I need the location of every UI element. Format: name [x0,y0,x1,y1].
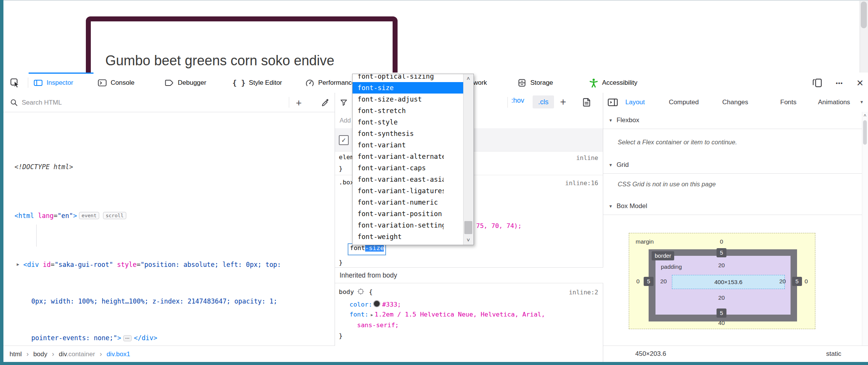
autocomplete-item[interactable]: font-variation-settings [353,220,464,231]
autocomplete-scrollbar[interactable]: ˄ ˅ [463,74,473,245]
tab-performance[interactable]: Performance [305,73,355,93]
page-scrollbar-thumb[interactable] [861,2,867,28]
autocomplete-item[interactable]: font-size-adjust [353,94,464,105]
body-rule-origin[interactable]: inline:2 [569,289,598,296]
markup-toolbar: + [3,93,335,112]
tree-row-root-div-wrap1[interactable]: 0px; width: 100%; height…100%; z-index: … [3,295,335,307]
page-content-area: Gumbo beet greens corn soko endive [0,0,868,73]
autocomplete-item[interactable]: font-stretch [353,105,464,116]
responsive-design-mode-button[interactable] [810,77,825,89]
autocomplete-item[interactable]: font-optical-sizing [353,74,464,82]
padding-top-value[interactable]: 20 [716,262,727,269]
padding-bottom-value[interactable]: 20 [716,294,727,301]
sidebar-toggle-icon[interactable] [607,97,618,108]
add-node-button[interactable]: + [293,97,304,108]
autocomplete-item[interactable]: font-variant-east-asian [353,174,464,185]
pseudo-class-toggle[interactable]: :hov [511,97,524,105]
event-badge[interactable]: event [79,212,99,219]
tab-console[interactable]: Console [97,73,134,93]
close-devtools-button[interactable]: × [853,77,867,89]
breadcrumb-item-box1[interactable]: div.box1 [106,350,130,358]
tab-debugger-label: Debugger [178,79,206,87]
margin-bottom-value[interactable]: 40 [716,320,727,326]
body-selector[interactable]: body { [339,288,373,296]
breadcrumb: html › body › div.container › div.box1 [3,346,341,362]
tab-storage-label: Storage [530,79,553,87]
autocomplete-item[interactable]: font-variant-position [353,208,464,220]
value-expander-icon[interactable]: ▶ [371,313,373,317]
autocomplete-item[interactable]: font-variant [353,139,464,151]
tab-style-editor[interactable]: { } Style Editor [232,73,282,93]
border-bottom-value[interactable]: 5 [717,308,726,318]
tree-row-root-div[interactable]: ▶<div id="saka-gui-root" style="position… [3,258,335,271]
scroll-up-icon[interactable]: ˄ [464,74,473,83]
autocomplete-item[interactable]: font-variant-alternates [353,151,464,162]
tree-row-html[interactable]: <html lang="en">eventscroll [3,210,335,222]
autocomplete-item[interactable]: font-synthesis [353,128,464,139]
tab-accessibility-label: Accessibility [602,79,638,87]
autocomplete-item-selected[interactable]: font-size [353,82,464,94]
autocomplete-scrollbar-thumb[interactable] [464,221,472,234]
color-swatch[interactable] [373,300,380,307]
box1-rule-origin[interactable]: inline:16 [565,179,598,187]
property-name-input[interactable]: font-size [348,244,386,255]
selector-highlighter-icon[interactable] [357,288,364,295]
tab-animations[interactable]: Animations [818,93,850,112]
tab-debugger[interactable]: Debugger [164,73,206,93]
all-tabs-chevron-icon[interactable]: ▼ [860,100,864,104]
tree-row-root-div-wrap2[interactable]: pointer-events: none;">•••</div> [3,332,335,344]
body-color-declaration[interactable]: color:#333; [349,300,401,308]
inspector-icon [33,78,43,88]
autocomplete-item[interactable]: font-style [353,116,464,128]
border-top-value[interactable]: 5 [717,248,726,257]
tab-accessibility[interactable]: Accessibility [589,73,638,93]
breadcrumb-item-container[interactable]: div.container [59,350,95,358]
add-rule-button[interactable]: + [560,96,566,108]
devtools-menu-button[interactable]: ••• [832,77,847,89]
grid-section-header[interactable]: ▼ Grid [603,157,868,174]
element-rule-origin[interactable]: inline [576,154,598,162]
tab-inspector[interactable]: Inspector [33,73,73,93]
body-font-declaration[interactable]: font:▶1.2em / 1.5 Helvetica Neue, Helvet… [349,311,545,318]
autocomplete-item[interactable]: font-variant-caps [353,162,464,174]
flexbox-section-header[interactable]: ▼ Flexbox [603,112,868,129]
scroll-down-icon[interactable]: ˅ [464,236,473,245]
autocomplete-item[interactable]: font-variant-ligatures [353,185,464,197]
console-icon [97,78,107,88]
tab-storage[interactable]: Storage [517,73,553,93]
class-toggle[interactable]: .cls [533,95,554,108]
layout-scrollbar-thumb[interactable] [863,120,867,145]
node-picker-button[interactable] [7,76,23,90]
element-rule-close: } [339,165,343,172]
padding-right-value[interactable]: 20 [777,278,788,285]
inline-expander-badge[interactable]: ••• [123,335,131,341]
padding-left-value[interactable]: 20 [658,278,669,285]
class-checkbox[interactable]: ✓ [339,135,349,145]
margin-right-value[interactable]: 0 [802,278,811,285]
autocomplete-item[interactable]: font-weight [353,231,464,242]
tab-computed[interactable]: Computed [669,93,699,112]
border-left-value[interactable]: 5 [644,277,654,286]
margin-top-value[interactable]: 0 [715,238,728,245]
print-media-sheet-icon[interactable] [581,97,592,108]
tab-changes[interactable]: Changes [722,93,748,112]
tree-row-doctype[interactable]: <!DOCTYPE html> [3,161,335,173]
breadcrumb-item-html[interactable]: html [10,350,22,358]
breadcrumb-item-body[interactable]: body [33,350,47,358]
box-model-section-header[interactable]: ▼ Box Model [603,198,868,215]
tab-layout[interactable]: Layout [625,93,645,112]
twisty-collapsed-icon[interactable]: ▶ [15,258,21,271]
scroll-badge[interactable]: scroll [103,212,126,219]
autocomplete-item[interactable]: font-variant-numeric [353,197,464,208]
tab-fonts[interactable]: Fonts [780,93,797,112]
box-model-content-region[interactable]: 400×153.6 [672,275,785,289]
scroll-up-icon[interactable]: ˄ [862,113,868,118]
border-label: border [652,251,674,260]
grid-message: CSS Grid is not in use on this page [618,181,716,188]
margin-left-value[interactable]: 0 [633,278,643,285]
search-html-input[interactable] [21,97,236,109]
border-right-value[interactable]: 5 [792,277,802,286]
eyedropper-button[interactable] [320,97,331,108]
layout-panel-scrollbar[interactable]: ˄ [862,112,868,346]
tab-console-label: Console [111,79,134,87]
